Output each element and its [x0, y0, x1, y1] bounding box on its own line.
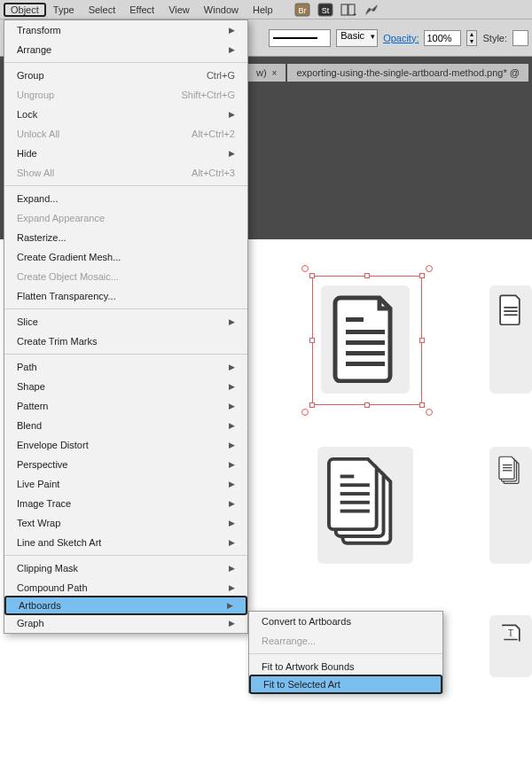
chevron-right-icon: ▶	[229, 402, 235, 410]
svg-text:T: T	[508, 628, 514, 638]
chevron-right-icon: ▶	[229, 26, 235, 35]
submenu-item-rearrange-: Rearrange...	[249, 631, 442, 651]
menu-item-text-wrap[interactable]: Text Wrap▶	[4, 513, 247, 533]
menu-item-slice[interactable]: Slice▶	[4, 312, 247, 332]
menu-separator	[4, 555, 247, 556]
chevron-right-icon: ▶	[229, 564, 235, 573]
menu-effect[interactable]: Effect	[122, 3, 161, 17]
doc-icon-stack[interactable]	[317, 447, 413, 564]
menu-item-group[interactable]: GroupCtrl+G	[4, 66, 247, 85]
chevron-right-icon: ▶	[229, 519, 235, 527]
menu-type[interactable]: Type	[46, 3, 82, 17]
menu-item-expand-[interactable]: Expand...	[4, 189, 247, 208]
submenu-item-fit-to-selected-art[interactable]: Fit to Selected Art	[249, 675, 442, 694]
arrange-docs-icon[interactable]	[340, 3, 356, 17]
doc-icon-single-2[interactable]	[489, 285, 532, 394]
chevron-right-icon: ▶	[229, 499, 235, 508]
style-box[interactable]	[512, 30, 528, 46]
menu-item-transform[interactable]: Transform▶	[4, 20, 247, 40]
menu-separator	[4, 308, 247, 309]
submenu-item-fit-to-artwork-bounds[interactable]: Fit to Artwork Bounds	[249, 657, 442, 676]
menu-item-pattern[interactable]: Pattern▶	[4, 396, 247, 416]
document-tab-1[interactable]: w)×	[247, 64, 286, 82]
menu-item-image-trace[interactable]: Image Trace▶	[4, 494, 247, 513]
svg-text:St: St	[321, 6, 329, 15]
svg-rect-19	[503, 464, 512, 465]
svg-rect-11	[504, 307, 517, 308]
svg-rect-17	[340, 501, 370, 504]
submenu-item-convert-to-artboards[interactable]: Convert to Artboards	[249, 612, 442, 631]
svg-rect-18	[340, 510, 370, 513]
menu-separator	[4, 354, 247, 355]
close-icon[interactable]: ×	[272, 68, 278, 78]
doc-icon-lines[interactable]: T	[489, 615, 532, 677]
chevron-right-icon: ▶	[229, 45, 235, 54]
chevron-right-icon: ▶	[229, 149, 235, 158]
menu-item-shape[interactable]: Shape▶	[4, 377, 247, 396]
svg-rect-13	[504, 314, 517, 316]
menu-separator	[249, 653, 442, 654]
svg-rect-12	[504, 310, 517, 312]
menu-item-live-paint[interactable]: Live Paint▶	[4, 474, 247, 494]
menu-item-line-and-sketch-art[interactable]: Line and Sketch Art▶	[4, 533, 247, 552]
menu-item-blend[interactable]: Blend▶	[4, 416, 247, 435]
menu-item-rasterize-[interactable]: Rasterize...	[4, 228, 247, 247]
menu-item-create-gradient-mesh-[interactable]: Create Gradient Mesh...	[4, 247, 247, 267]
doc-icon-stack-2[interactable]	[489, 447, 532, 564]
menubar: Object Type Select Effect View Window He…	[0, 0, 532, 20]
menu-item-arrange[interactable]: Arrange▶	[4, 40, 247, 59]
svg-rect-15	[340, 483, 370, 487]
menu-item-path[interactable]: Path▶	[4, 357, 247, 377]
gpu-icon[interactable]	[364, 3, 379, 17]
menu-item-clipping-mask[interactable]: Clipping Mask▶	[4, 558, 247, 578]
selection-bounds[interactable]	[312, 276, 422, 405]
svg-text:Br: Br	[298, 6, 306, 15]
menu-object[interactable]: Object	[4, 3, 46, 17]
menu-window[interactable]: Window	[197, 3, 246, 17]
chevron-right-icon: ▶	[229, 421, 235, 430]
menu-help[interactable]: Help	[246, 3, 280, 17]
svg-rect-21	[503, 470, 512, 471]
style-label: Style:	[482, 33, 507, 43]
menu-view[interactable]: View	[161, 3, 197, 17]
menu-item-hide[interactable]: Hide▶	[4, 144, 247, 163]
menu-item-flatten-transparency-[interactable]: Flatten Transparency...	[4, 286, 247, 306]
menu-item-unlock-all: Unlock AllAlt+Ctrl+2	[4, 124, 247, 144]
svg-rect-24	[504, 639, 517, 640]
chevron-right-icon: ▶	[229, 441, 235, 449]
chevron-right-icon: ▶	[229, 382, 235, 391]
svg-rect-5	[348, 4, 355, 15]
menu-item-expand-appearance: Expand Appearance	[4, 208, 247, 228]
bridge-icon[interactable]: Br	[294, 3, 310, 17]
chevron-right-icon: ▶	[229, 460, 235, 469]
menu-separator	[4, 62, 247, 63]
menu-item-lock[interactable]: Lock▶	[4, 105, 247, 124]
menu-item-envelope-distort[interactable]: Envelope Distort▶	[4, 435, 247, 455]
svg-rect-16	[340, 492, 370, 496]
chevron-right-icon: ▶	[229, 538, 235, 547]
brush-select[interactable]: Basic	[336, 29, 378, 47]
svg-rect-14	[340, 475, 355, 479]
menu-item-artboards[interactable]: Artboards▶	[4, 596, 247, 615]
svg-rect-4	[341, 4, 348, 15]
stroke-style-box[interactable]	[269, 29, 331, 47]
opacity-stepper[interactable]: ▴▾	[466, 30, 477, 46]
chevron-right-icon: ▶	[229, 363, 235, 371]
menu-item-show-all: Show AllAlt+Ctrl+3	[4, 163, 247, 183]
menu-item-perspective[interactable]: Perspective▶	[4, 455, 247, 474]
svg-rect-20	[503, 467, 512, 468]
menu-item-ungroup: UngroupShift+Ctrl+G	[4, 85, 247, 105]
opacity-input[interactable]	[424, 30, 461, 46]
menu-item-compound-path[interactable]: Compound Path▶	[4, 578, 247, 597]
menu-separator	[4, 185, 247, 186]
chevron-right-icon: ▶	[229, 583, 235, 592]
opacity-label: Opacity:	[383, 33, 419, 43]
menu-item-create-trim-marks[interactable]: Create Trim Marks	[4, 332, 247, 351]
chevron-right-icon: ▶	[229, 619, 235, 628]
document-tab-2[interactable]: exporting-using-the-single-artboard-meth…	[287, 64, 528, 82]
chevron-right-icon: ▶	[229, 317, 235, 326]
menu-select[interactable]: Select	[82, 3, 123, 17]
chevron-right-icon: ▶	[227, 601, 233, 610]
menu-item-graph[interactable]: Graph▶	[4, 613, 247, 633]
stock-icon[interactable]: St	[317, 3, 333, 17]
